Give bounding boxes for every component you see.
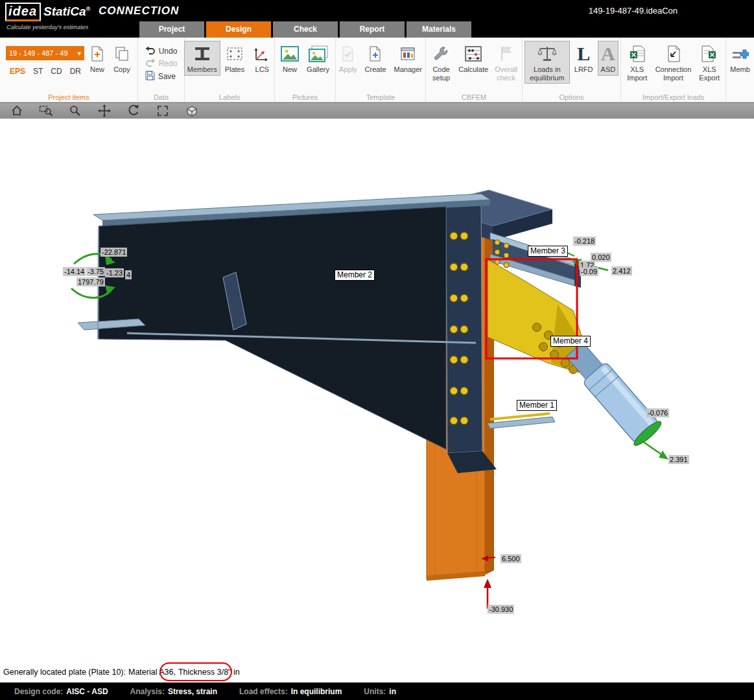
plate-status-prefix: Generally located plate (Plate 10): xyxy=(3,668,126,677)
value-label: -0.09 xyxy=(580,267,598,276)
load-effects-status: Load effects:In equilibrium xyxy=(239,687,342,696)
member-label: Member 4 xyxy=(550,336,591,347)
value-label: -0.218 xyxy=(573,237,596,246)
member-label: Member 3 xyxy=(528,246,568,257)
member-label: Member 2 xyxy=(335,270,375,281)
analysis-status: Analysis:Stress, strain xyxy=(130,687,217,696)
units-status: Units:in xyxy=(364,687,396,696)
thickness-highlight-outline xyxy=(159,662,232,681)
value-label: -22.871 xyxy=(100,248,127,257)
member-label: Member 1 xyxy=(517,400,557,411)
value-label: -0.076 xyxy=(646,408,669,417)
design-code-status: Design code:AISC - ASD xyxy=(14,687,108,696)
value-label: 2.412 xyxy=(611,266,632,275)
value-label: 4 xyxy=(125,270,132,279)
value-label: -3.75 xyxy=(86,267,105,276)
scene-label-layer: Member 1 Member 2 Member 3 Member 4 -22.… xyxy=(0,0,754,700)
value-label: -30.930 xyxy=(488,605,514,614)
value-label: 1797.79 xyxy=(77,277,105,286)
idea-statica-connection-window: ideaStatiCa® Calculate yesterday's estim… xyxy=(0,0,754,700)
value-label: 2.391 xyxy=(668,455,689,464)
value-label: 6.500 xyxy=(501,554,521,563)
status-bar: Design code:AISC - ASD Analysis:Stress, … xyxy=(0,682,754,700)
value-label: -1.23 xyxy=(105,268,124,277)
value-label: -14.14 xyxy=(63,267,86,276)
